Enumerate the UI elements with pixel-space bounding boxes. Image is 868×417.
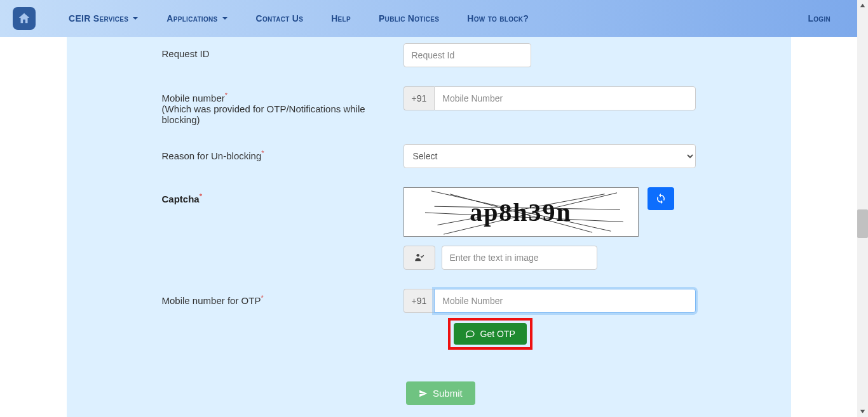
nav-label: Help: [331, 13, 351, 23]
scroll-thumb[interactable]: [857, 209, 868, 238]
scroll-up-button[interactable]: [857, 0, 868, 11]
form-panel: Request ID Mobile number* (Which was pro…: [67, 37, 791, 417]
nav-how-to-block[interactable]: How to block?: [453, 13, 543, 23]
chevron-down-icon: [132, 15, 139, 22]
get-otp-button[interactable]: Get OTP: [454, 323, 527, 345]
chevron-down-icon: [222, 15, 228, 22]
nav-label: CEIR Services: [69, 13, 128, 23]
home-button[interactable]: [13, 7, 36, 30]
nav-ceir-services[interactable]: CEIR Services: [55, 13, 153, 23]
nav-label: Contact Us: [256, 13, 304, 23]
refresh-icon: [655, 193, 667, 204]
nav-public-notices[interactable]: Public Notices: [365, 13, 453, 23]
svg-point-6: [416, 254, 419, 257]
nav-login[interactable]: Login: [794, 13, 844, 23]
country-code-addon: +91: [403, 86, 435, 110]
send-icon: [419, 389, 428, 398]
reason-select[interactable]: Select: [403, 144, 696, 168]
nav-label: Login: [808, 13, 831, 23]
reason-label: Reason for Un-blocking*: [162, 144, 403, 161]
captcha-input[interactable]: [442, 246, 597, 270]
submit-button[interactable]: Submit: [406, 381, 475, 405]
mobile-label: Mobile number* (Which was provided for O…: [162, 86, 403, 125]
triangle-up-icon: [860, 3, 865, 8]
country-code-addon-otp: +91: [403, 289, 435, 313]
captcha-label: Captcha*: [162, 187, 403, 204]
get-otp-highlight: Get OTP: [448, 318, 532, 350]
person-check-icon: [414, 252, 425, 263]
nav-label: Applications: [166, 13, 217, 23]
otp-mobile-label: Mobile number for OTP*: [162, 289, 403, 306]
captcha-person-addon: [403, 246, 435, 270]
nav-contact-us[interactable]: Contact Us: [242, 13, 318, 23]
nav-label: Public Notices: [379, 13, 439, 23]
captcha-image: ap8h39n: [403, 187, 639, 237]
navbar: CEIR Services Applications Contact Us He…: [0, 0, 857, 37]
triangle-down-icon: [860, 409, 865, 414]
nav-applications[interactable]: Applications: [153, 13, 241, 23]
scrollbar[interactable]: [857, 0, 868, 417]
chat-icon: [465, 329, 475, 339]
captcha-text: ap8h39n: [470, 197, 572, 227]
nav-label: How to block?: [467, 13, 529, 23]
request-id-label: Request ID: [162, 43, 403, 59]
mobile-number-input[interactable]: [434, 86, 695, 110]
nav-help[interactable]: Help: [317, 13, 365, 23]
request-id-input[interactable]: [403, 43, 531, 67]
otp-mobile-input[interactable]: [434, 289, 695, 313]
get-otp-label: Get OTP: [480, 329, 515, 339]
submit-label: Submit: [433, 388, 463, 399]
home-icon: [17, 11, 31, 25]
scroll-down-button[interactable]: [857, 406, 868, 417]
captcha-refresh-button[interactable]: [648, 187, 674, 210]
